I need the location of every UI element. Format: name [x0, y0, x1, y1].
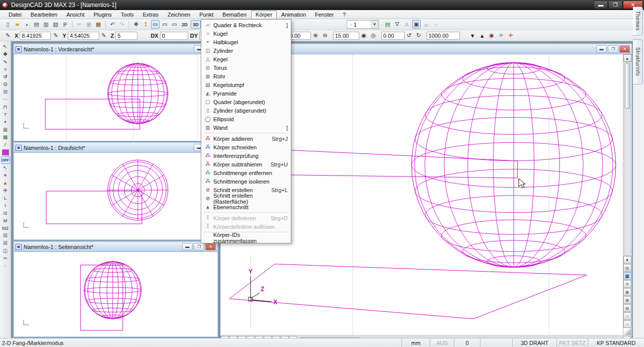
coord-y-input[interactable] [68, 32, 99, 40]
zoom-window-button[interactable]: ⊛ [623, 296, 631, 304]
move-tool-icon[interactable]: ✥ [1, 50, 10, 58]
menu-item-interferenzpr-fung[interactable]: ⁂Interferenzprüfung [201, 151, 291, 160]
page-preview-icon[interactable]: ▧ [51, 20, 60, 29]
redo-icon[interactable]: ↷ [118, 20, 126, 29]
undo-icon[interactable]: ↶ [108, 20, 117, 29]
rotation-value-input[interactable] [381, 32, 405, 40]
pan-button[interactable]: ✛ [623, 280, 631, 288]
circle-off-icon[interactable]: ○ [1, 262, 10, 270]
window-minimize-button[interactable]: ▬ [594, 1, 608, 9]
menu-item-ebenenschnitt[interactable]: ▲Ebenenschnitt [201, 203, 291, 211]
circle-tool-icon[interactable]: ○ [1, 65, 10, 73]
window-titlebar[interactable]: DesignCAD 3D MAX 23 - [Namenlos-1] ▬ ❐ ✕ [0, 0, 644, 10]
angle-up-icon[interactable]: ◉ [360, 31, 368, 40]
wand-tool-icon[interactable]: ✶ [1, 171, 10, 179]
circle-point-icon[interactable]: ⊙ [1, 80, 10, 88]
coord-x-lock-icon[interactable]: ✎ [4, 31, 12, 40]
snap-m-icon[interactable]: M [1, 217, 10, 224]
flag-up-icon[interactable]: ▲ [478, 31, 487, 40]
snap-off-button[interactable]: OFF [1, 156, 10, 164]
crosshair-red-icon[interactable]: ✛ [507, 31, 515, 40]
new-icon[interactable]: ▯ [4, 20, 12, 29]
plot-icon[interactable]: P [61, 20, 69, 29]
zoom-step-down-icon[interactable]: ⊖ [321, 31, 330, 40]
snap-i2-icon[interactable]: I2 [1, 209, 10, 217]
grid-toggle-button[interactable]: ▦ [623, 272, 631, 280]
scroll-up-button[interactable]: ▴ [623, 54, 631, 62]
db-box-icon[interactable]: ◫ [1, 247, 10, 254]
import-icon[interactable]: ↥ [141, 20, 150, 29]
scroll-down-button[interactable]: ▾ [623, 256, 631, 264]
viewport-top-canvas[interactable] [14, 153, 217, 239]
angle-down-icon[interactable]: ◎ [369, 31, 378, 40]
menu-plugins[interactable]: Plugins [89, 11, 116, 19]
menu-extras[interactable]: Extras [138, 11, 163, 19]
zoom-step-up-icon[interactable]: ⊕ [311, 31, 320, 40]
vertical-scrollbar[interactable] [624, 62, 631, 256]
scale-value-input[interactable] [427, 32, 460, 40]
status-3d-draht[interactable]: 3D DRAHT [512, 338, 556, 347]
menu-item-zylinder[interactable]: ◫Zylinder [201, 46, 291, 55]
menu-item-pyramide[interactable]: ◭Pyramide [201, 89, 291, 98]
coord-z-input[interactable] [115, 32, 137, 40]
viewport-side-restore-button[interactable]: ❐ [194, 243, 204, 250]
lock-icon[interactable]: ∩ [431, 20, 440, 29]
box-x2-icon[interactable]: ☒ [1, 239, 10, 247]
menu-item-rohr[interactable]: ◍Rohr [201, 72, 291, 80]
menu-item-k-rperdefinition-aufl-sen[interactable]: ⁑Körperdefinition auflösen [201, 222, 291, 231]
crosshair-gray-icon[interactable]: ✛ [497, 31, 506, 40]
angle-step-input[interactable] [333, 32, 359, 40]
viewport-side-close-button[interactable]: ✕ [205, 243, 216, 250]
text-tool-icon[interactable]: T [1, 111, 10, 118]
box-x-icon[interactable]: ☒ [1, 232, 10, 239]
mode-2d-button[interactable]: 2D [180, 20, 190, 29]
menu-punkt[interactable]: Punkt [195, 11, 218, 19]
flag-down-icon[interactable]: ▼ [468, 31, 477, 40]
viewport-layout-3-icon[interactable]: ▭ [170, 20, 179, 29]
light-icon[interactable]: ☼ [422, 20, 430, 29]
menu-item-wand[interactable]: ▥Wand[ [201, 123, 291, 132]
menu-item-torus[interactable]: ◎Torus [201, 63, 291, 72]
center-view-button[interactable]: ◎ [623, 264, 631, 272]
select-blue-icon[interactable]: ↖ [1, 164, 10, 171]
menu-item-k-rper-definieren[interactable]: ⁑Körper definierenStrg+D [201, 214, 291, 222]
menu-item-k-rper-schneiden[interactable]: ⁂Körper schneiden [201, 143, 291, 151]
text-style-icon[interactable]: A [403, 20, 411, 29]
cone-tool-icon[interactable]: ▲ [1, 179, 10, 187]
select-arrow-icon[interactable]: ↖ [1, 43, 10, 50]
menu-ansicht[interactable]: Ansicht [62, 11, 89, 19]
viewport-3d-close-button[interactable]: ✕ [619, 45, 630, 53]
viewport-side-canvas[interactable] [14, 252, 217, 336]
menu-tools[interactable]: Tools [116, 11, 138, 19]
layer-filter-icon[interactable]: ∇ [393, 20, 401, 29]
menu-item-ellipsoid[interactable]: ◯Ellipsoid [201, 115, 291, 123]
menu-krper[interactable]: Körper [251, 11, 277, 19]
viewport-3d-restore-button[interactable]: ❐ [608, 45, 618, 53]
menu-item-kegelstumpf[interactable]: ▤Kegelstumpf [201, 80, 291, 89]
curve-tool-icon[interactable]: ∿ [1, 58, 10, 65]
menu-item-kugel[interactable]: ○Kugel [201, 29, 291, 38]
viewport-layout-2-icon[interactable]: ▭ [160, 20, 169, 29]
copies-icon[interactable]: ▣ [412, 20, 421, 29]
status-units[interactable]: mm [401, 338, 430, 347]
zoom-in-button[interactable]: ⊕ [623, 288, 631, 296]
tab-strukturinfo[interactable]: Strukturinfo [633, 39, 643, 84]
menu-animation[interactable]: Animation [277, 11, 310, 19]
menu-item-schnittmenge-isolieren[interactable]: ⁂Schnittmenge isolieren [201, 177, 291, 186]
viewport-side-minimize-button[interactable]: ▬ [182, 243, 193, 250]
zoom-previous-button[interactable]: ⊘ [623, 312, 631, 320]
menu-item-k-rper-subtrahieren[interactable]: ⁂Körper subtrahierenStrg+U [201, 160, 291, 168]
menu-[interactable]: ? [338, 11, 350, 19]
status-kp-standard[interactable]: KP STANDARD [588, 338, 644, 347]
open-icon[interactable]: ▰ [13, 20, 22, 29]
menu-item-k-rper-ids-zusammenfassen[interactable]: Körper-IDs zusammenfassen [201, 233, 291, 242]
coord-z-lock-icon[interactable]: ✎ [100, 31, 108, 40]
break-tool-icon[interactable]: ✂ [1, 254, 10, 262]
cut-icon[interactable]: ✂ [75, 20, 84, 29]
menu-zeichnen[interactable]: Zeichnen [163, 11, 195, 19]
status-empty[interactable] [480, 338, 512, 347]
zoom-extents-button[interactable]: ⊙ [623, 320, 631, 328]
menu-item-kegel[interactable]: △Kegel [201, 55, 291, 63]
menu-item-k-rper-addieren[interactable]: ⁂Körper addierenStrg+J [201, 134, 291, 143]
viewport-front-titlebar[interactable]: ▣ Namenlos-1 : Vorderansicht* ▬ ❐ [14, 44, 217, 54]
